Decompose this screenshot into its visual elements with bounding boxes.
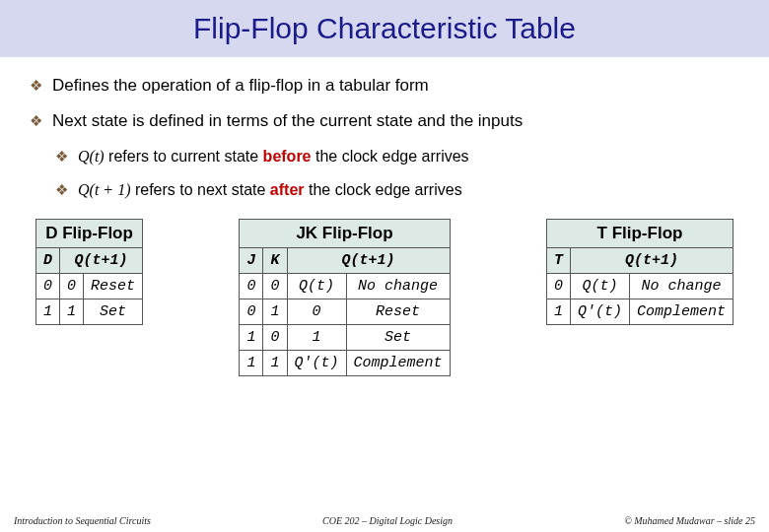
sub-bullet-2-text: Q(t + 1) refers to next state after the … xyxy=(78,179,462,201)
jk-r3c3: 1 xyxy=(287,325,346,351)
t-col-qt1: Q(t+1) xyxy=(570,248,733,274)
d-flipflop-table: D Flip-Flop D Q(t+1) 0 0 Reset 1 1 Set xyxy=(35,219,143,376)
title-bar: Flip-Flop Characteristic Table xyxy=(0,0,769,57)
math-qt1: Q(t + 1) xyxy=(78,181,130,198)
t-r2c1: 1 xyxy=(546,299,570,325)
d-r2c3: Set xyxy=(84,299,143,325)
jk-r2c1: 0 xyxy=(240,299,263,325)
jk-r1c1: 0 xyxy=(240,274,263,299)
jk-r1c2: 0 xyxy=(263,274,287,299)
bullet-1: ❖ Defines the operation of a flip-flop i… xyxy=(30,75,739,97)
jk-col-qt1: Q(t+1) xyxy=(287,248,450,274)
d-r2c2: 1 xyxy=(60,299,84,325)
sub-bullet-2: ❖ Q(t + 1) refers to next state after th… xyxy=(55,179,739,201)
table-row: 1 0 1 Set xyxy=(240,325,450,351)
sub2-mid: refers to next state xyxy=(130,181,269,198)
tables-row: D Flip-Flop D Q(t+1) 0 0 Reset 1 1 Set xyxy=(30,219,739,376)
d-r1c1: 0 xyxy=(36,274,60,299)
t-r1c1: 0 xyxy=(546,274,570,299)
t-r2c3: Complement xyxy=(629,299,733,325)
table-row: 0 Q(t) No change xyxy=(546,274,733,299)
jk-table: J K Q(t+1) 0 0 Q(t) No change 0 1 0 Rese… xyxy=(239,247,450,376)
d-table-title: D Flip-Flop xyxy=(35,219,143,247)
before-word: before xyxy=(263,148,312,165)
footer: Introduction to Sequential Circuits COE … xyxy=(0,515,769,526)
after-word: after xyxy=(270,181,305,198)
t-flipflop-table: T Flip-Flop T Q(t+1) 0 Q(t) No change 1 … xyxy=(546,219,734,376)
diamond-icon: ❖ xyxy=(30,75,42,97)
d-r2c1: 1 xyxy=(36,299,60,325)
d-table: D Q(t+1) 0 0 Reset 1 1 Set xyxy=(35,247,143,325)
content-area: ❖ Defines the operation of a flip-flop i… xyxy=(0,57,769,376)
t-r1c2: Q(t) xyxy=(570,274,629,299)
jk-r3c2: 0 xyxy=(263,325,287,351)
table-row: 1 1 Set xyxy=(36,299,143,325)
t-r1c3: No change xyxy=(629,274,733,299)
t-col-t: T xyxy=(546,248,570,274)
jk-r2c3: 0 xyxy=(287,299,346,325)
footer-center: COE 202 – Digital Logic Design xyxy=(322,515,453,526)
diamond-icon: ❖ xyxy=(55,146,68,167)
jk-col-k: K xyxy=(263,248,287,274)
d-col-qt1: Q(t+1) xyxy=(60,248,143,274)
bullet-2-text: Next state is defined in terms of the cu… xyxy=(52,110,523,132)
table-row: 0 1 0 Reset xyxy=(240,299,450,325)
page-title: Flip-Flop Characteristic Table xyxy=(193,12,576,45)
table-header-row: T Q(t+1) xyxy=(546,248,733,274)
jk-r3c1: 1 xyxy=(240,325,263,351)
diamond-icon: ❖ xyxy=(55,179,68,201)
jk-r2c2: 1 xyxy=(263,299,287,325)
sub1-mid: refers to current state xyxy=(105,148,263,165)
bullet-2: ❖ Next state is defined in terms of the … xyxy=(30,110,739,132)
jk-r3c4: Set xyxy=(346,325,450,351)
d-r1c2: 0 xyxy=(60,274,84,299)
table-row: 1 Q'(t) Complement xyxy=(546,299,733,325)
jk-r4c3: Q'(t) xyxy=(287,351,346,376)
bullet-1-text: Defines the operation of a flip-flop in … xyxy=(52,75,429,97)
table-row: 1 1 Q'(t) Complement xyxy=(240,351,450,376)
t-r2c2: Q'(t) xyxy=(570,299,629,325)
sub1-end: the clock edge arrives xyxy=(312,148,469,165)
footer-right: © Muhamed Mudawar – slide 25 xyxy=(624,515,755,526)
diamond-icon: ❖ xyxy=(30,110,42,132)
footer-left: Introduction to Sequential Circuits xyxy=(14,515,151,526)
table-header-row: D Q(t+1) xyxy=(36,248,143,274)
sub-bullet-1-text: Q(t) refers to current state before the … xyxy=(78,146,469,167)
sub2-end: the clock edge arrives xyxy=(305,181,462,198)
table-row: 0 0 Reset xyxy=(36,274,143,299)
math-qt: Q(t) xyxy=(78,148,105,165)
jk-col-j: J xyxy=(240,248,263,274)
t-table: T Q(t+1) 0 Q(t) No change 1 Q'(t) Comple… xyxy=(546,247,734,325)
jk-r4c2: 1 xyxy=(263,351,287,376)
table-header-row: J K Q(t+1) xyxy=(240,248,450,274)
jk-r1c3: Q(t) xyxy=(287,274,346,299)
jk-table-title: JK Flip-Flop xyxy=(239,219,450,247)
sub-bullet-1: ❖ Q(t) refers to current state before th… xyxy=(55,146,739,167)
jk-r4c4: Complement xyxy=(346,351,450,376)
jk-flipflop-table: JK Flip-Flop J K Q(t+1) 0 0 Q(t) No chan… xyxy=(239,219,450,376)
t-table-title: T Flip-Flop xyxy=(546,219,734,247)
d-col-d: D xyxy=(36,248,60,274)
table-row: 0 0 Q(t) No change xyxy=(240,274,450,299)
jk-r1c4: No change xyxy=(346,274,450,299)
jk-r4c1: 1 xyxy=(240,351,263,376)
d-r1c3: Reset xyxy=(84,274,143,299)
jk-r2c4: Reset xyxy=(346,299,450,325)
